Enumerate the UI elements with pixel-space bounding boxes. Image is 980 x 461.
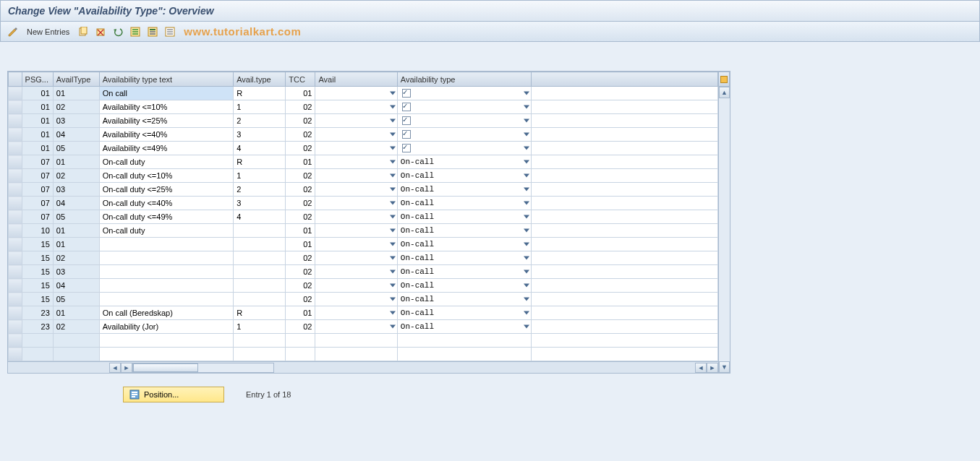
table-row[interactable]: 2302Availability (Jor)102On-call	[9, 320, 718, 334]
cell-avtype[interactable]	[234, 279, 286, 293]
cell-availtext[interactable]: On-call duty	[99, 224, 233, 238]
vertical-scrollbar[interactable]: ▲ ▼	[718, 72, 730, 373]
cell-avail[interactable]	[315, 197, 397, 210]
table-row[interactable]: 0703On-call duty <=25%202On-call	[9, 183, 718, 197]
row-selector[interactable]	[9, 183, 22, 197]
dropdown-icon[interactable]	[524, 133, 529, 137]
cell-availtype2[interactable]: On-call	[397, 279, 531, 293]
cell-avtype[interactable]: R	[234, 155, 286, 169]
dropdown-icon[interactable]	[390, 257, 396, 260]
scroll-left2-icon[interactable]: ◄	[695, 363, 707, 373]
dropdown-icon[interactable]	[390, 119, 396, 123]
scroll-up-icon[interactable]: ▲	[719, 87, 730, 98]
dropdown-icon[interactable]	[524, 243, 529, 246]
table-row[interactable]: 150502On-call	[9, 293, 718, 306]
col-tcc[interactable]: TCC	[286, 72, 315, 87]
cell-avail[interactable]	[315, 169, 397, 183]
delete-icon[interactable]	[94, 25, 107, 38]
dropdown-icon[interactable]	[524, 298, 529, 301]
row-selector[interactable]	[9, 293, 22, 306]
cell-avail[interactable]	[315, 265, 397, 279]
cell-availtype2[interactable]	[397, 114, 531, 128]
row-selector[interactable]	[9, 114, 22, 128]
cell-availtext[interactable]: On call (Beredskap)	[99, 306, 233, 320]
cell-avail[interactable]	[315, 306, 397, 320]
row-selector[interactable]	[9, 142, 22, 155]
cell-avtype[interactable]	[234, 265, 286, 279]
cell-tcc[interactable]: 02	[286, 320, 315, 334]
dropdown-icon[interactable]	[390, 284, 396, 288]
table-row[interactable]: 0102Availability <=10%102	[9, 100, 718, 114]
cell-tcc[interactable]: 02	[286, 114, 315, 128]
checkbox-icon[interactable]	[402, 89, 411, 98]
table-row[interactable]: 150101On-call	[9, 238, 718, 251]
cell-availtext[interactable]: Availability (Jor)	[99, 320, 233, 334]
row-selector[interactable]	[9, 87, 22, 100]
dropdown-icon[interactable]	[390, 188, 396, 191]
cell-availtype2[interactable]: On-call	[397, 320, 531, 334]
scroll-left-icon[interactable]: ◄	[109, 363, 121, 373]
cell-avtype[interactable]: 4	[234, 142, 286, 155]
hscroll-thumb[interactable]	[133, 363, 198, 372]
cell-avtype[interactable]	[234, 224, 286, 238]
cell-availtext[interactable]: On-call duty <=25%	[99, 183, 233, 197]
cell-availtext[interactable]: On-call duty <=49%	[99, 210, 233, 224]
dropdown-icon[interactable]	[524, 284, 529, 288]
new-entries-button[interactable]: New Entries	[24, 27, 72, 36]
row-selector[interactable]	[9, 265, 22, 279]
dropdown-icon[interactable]	[524, 119, 529, 123]
cell-tcc[interactable]: 01	[286, 155, 315, 169]
cell-avail[interactable]	[315, 100, 397, 114]
cell-tcc[interactable]: 02	[286, 183, 315, 197]
dropdown-icon[interactable]	[390, 105, 396, 109]
checkbox-icon[interactable]	[402, 116, 411, 125]
cell-tcc[interactable]: 01	[286, 306, 315, 320]
horizontal-scrollbar[interactable]: ◄ ► ◄ ►	[8, 361, 718, 373]
dropdown-icon[interactable]	[390, 160, 396, 164]
row-selector[interactable]	[9, 210, 22, 224]
copy-icon[interactable]	[77, 25, 90, 38]
table-row[interactable]: 0702On-call duty <=10%102On-call	[9, 169, 718, 183]
cell-availtext[interactable]	[99, 279, 233, 293]
scroll-right-icon[interactable]: ►	[121, 363, 132, 373]
cell-availtext[interactable]: On-call duty <=40%	[99, 197, 233, 210]
table-row[interactable]: 0101On callR01	[9, 87, 718, 100]
dropdown-icon[interactable]	[524, 270, 529, 274]
cell-availtext[interactable]	[99, 238, 233, 251]
cell-avail[interactable]	[315, 224, 397, 238]
cell-tcc[interactable]: 02	[286, 279, 315, 293]
dropdown-icon[interactable]	[524, 160, 529, 164]
table-row[interactable]: 150202On-call	[9, 251, 718, 265]
cell-tcc[interactable]: 02	[286, 142, 315, 155]
row-selector[interactable]	[9, 197, 22, 210]
cell-avail[interactable]	[315, 87, 397, 100]
cell-avtype[interactable]: R	[234, 87, 286, 100]
cell-tcc[interactable]: 02	[286, 293, 315, 306]
cell-avail[interactable]	[315, 142, 397, 155]
cell-availtype2[interactable]: On-call	[397, 224, 531, 238]
cell-availtext[interactable]: Availability <=10%	[99, 100, 233, 114]
dropdown-icon[interactable]	[524, 147, 529, 150]
cell-avail[interactable]	[315, 279, 397, 293]
row-selector[interactable]	[9, 279, 22, 293]
undo-icon[interactable]	[111, 25, 124, 38]
dropdown-icon[interactable]	[390, 92, 396, 95]
cell-avtype[interactable]: 3	[234, 128, 286, 142]
cell-tcc[interactable]: 02	[286, 197, 315, 210]
cell-tcc[interactable]: 01	[286, 87, 315, 100]
cell-availtext[interactable]: On call	[99, 87, 233, 100]
cell-avail[interactable]	[315, 114, 397, 128]
position-button[interactable]: Position...	[123, 387, 224, 402]
cell-tcc[interactable]: 01	[286, 238, 315, 251]
row-selector[interactable]	[9, 251, 22, 265]
cell-avtype[interactable]	[234, 238, 286, 251]
table-row[interactable]: 0104Availability <=40%302	[9, 128, 718, 142]
cell-avail[interactable]	[315, 128, 397, 142]
cell-availtext[interactable]: On-call duty <=10%	[99, 169, 233, 183]
cell-availtype2[interactable]: On-call	[397, 265, 531, 279]
dropdown-icon[interactable]	[524, 257, 529, 260]
dropdown-icon[interactable]	[390, 133, 396, 137]
hscroll-track[interactable]	[132, 363, 274, 373]
table-row[interactable]: 0705On-call duty <=49%402On-call	[9, 210, 718, 224]
configure-columns-button[interactable]	[718, 72, 730, 87]
